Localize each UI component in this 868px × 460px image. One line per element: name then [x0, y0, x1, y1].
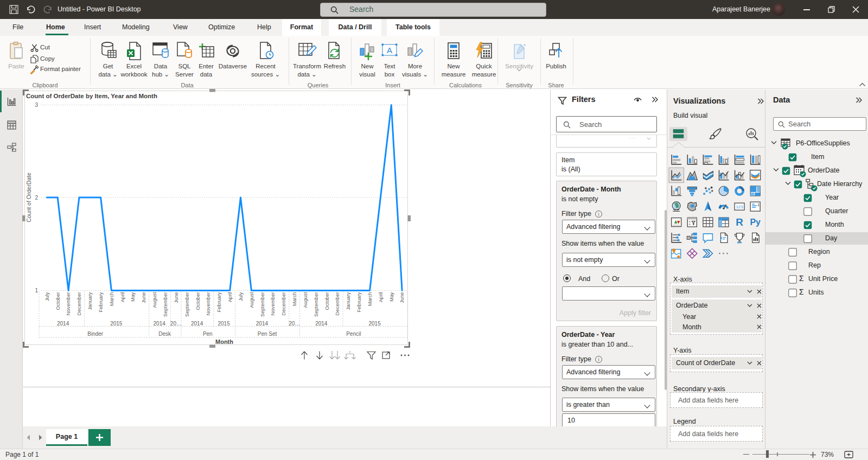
svg-text:123: 123 [736, 205, 743, 209]
svg-text:Py: Py [750, 218, 761, 227]
svg-text:A: A [387, 46, 392, 55]
svg-text:R: R [736, 216, 743, 228]
